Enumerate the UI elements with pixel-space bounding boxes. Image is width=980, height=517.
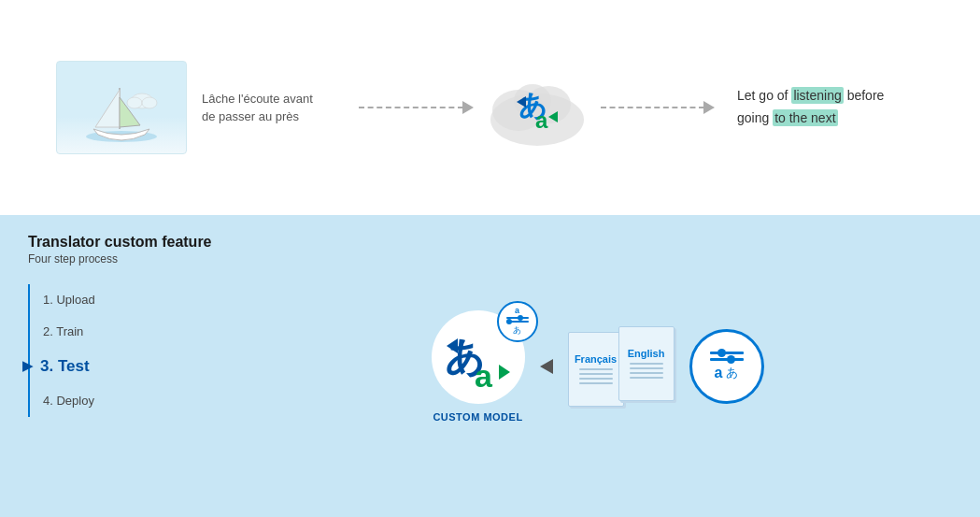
dotted-arrow-1 bbox=[359, 101, 474, 114]
dotted-line-2 bbox=[601, 107, 705, 108]
translate-icon-top: あ a bbox=[513, 83, 561, 132]
svg-marker-12 bbox=[548, 111, 558, 122]
out-ja: あ bbox=[726, 365, 738, 381]
doc-line bbox=[630, 367, 663, 369]
dotted-arrow-2 bbox=[601, 101, 716, 114]
result-text: Let go of listening beforegoing to the n… bbox=[737, 87, 884, 126]
out-line-2 bbox=[710, 358, 744, 361]
model-circle: a あ あ a bbox=[432, 310, 525, 404]
doc-line bbox=[579, 378, 613, 380]
feature-subtitle: Four step process bbox=[28, 252, 215, 266]
custom-model-block: a あ あ a CUSTOM MODEL bbox=[432, 310, 525, 423]
doc-french-label: Français bbox=[575, 353, 617, 365]
source-text-line2: de passer au près bbox=[202, 108, 299, 126]
output-circle: a あ bbox=[689, 329, 764, 404]
arrow-head-2 bbox=[703, 101, 715, 114]
sailboat-svg bbox=[84, 80, 159, 146]
source-text-block: Lâche l'écoute avant de passer au près bbox=[202, 90, 351, 126]
tune-line-2 bbox=[506, 321, 529, 323]
step-test: 3. Test bbox=[43, 348, 215, 385]
doc-french-lines bbox=[572, 368, 620, 384]
cloud-shape: あ a bbox=[481, 65, 593, 150]
doc-line bbox=[579, 373, 613, 375]
doc-line bbox=[630, 363, 663, 365]
doc-line bbox=[579, 368, 613, 370]
result-prefix: Let go of bbox=[737, 88, 791, 103]
top-section: Lâche l'écoute avant de passer au près あ bbox=[0, 0, 980, 215]
docs-block: Français English bbox=[568, 326, 675, 407]
svg-text:a: a bbox=[475, 358, 493, 394]
result-highlight-1: listening bbox=[791, 87, 843, 104]
tune-a: a bbox=[515, 306, 519, 315]
cloud-block: あ a bbox=[481, 65, 593, 150]
source-image bbox=[56, 61, 187, 154]
right-panel: a あ あ a CUSTOM MODEL bbox=[243, 234, 952, 498]
doc-line bbox=[630, 372, 663, 374]
doc-english: English bbox=[618, 326, 675, 401]
output-tune-icon: a あ bbox=[710, 352, 744, 381]
out-a: a bbox=[715, 365, 723, 381]
model-label: CUSTOM MODEL bbox=[433, 411, 522, 423]
doc-french: Français bbox=[568, 332, 624, 407]
step-upload: 1. Upload bbox=[43, 284, 215, 316]
arrow-to-model bbox=[540, 359, 553, 374]
tune-icon: a あ bbox=[506, 306, 529, 337]
steps-list: 1. Upload 2. Train 3. Test 4. Deploy bbox=[28, 284, 215, 417]
result-text-block: Let go of listening beforegoing to the n… bbox=[737, 85, 924, 130]
feature-title: Translator custom feature bbox=[28, 234, 215, 251]
svg-text:a: a bbox=[535, 108, 548, 132]
source-text: Lâche l'écoute avant bbox=[202, 90, 313, 108]
step-train: 2. Train bbox=[43, 316, 215, 348]
doc-line bbox=[630, 377, 663, 379]
arrow-left-icon bbox=[540, 359, 553, 374]
out-line-1 bbox=[710, 352, 744, 354]
svg-point-4 bbox=[142, 97, 157, 108]
result-highlight-2: to the next bbox=[773, 109, 837, 126]
bottom-section: Translator custom feature Four step proc… bbox=[0, 215, 980, 517]
translate-cloud-icon: あ a bbox=[513, 83, 561, 132]
doc-line bbox=[579, 382, 613, 384]
left-panel: Translator custom feature Four step proc… bbox=[28, 234, 215, 498]
tune-badge: a あ bbox=[497, 301, 538, 342]
tune-ja: あ bbox=[513, 324, 521, 337]
arrow-head-1 bbox=[462, 101, 474, 114]
svg-marker-16 bbox=[499, 365, 510, 380]
dotted-line-1 bbox=[359, 107, 463, 108]
out-text-row: a あ bbox=[715, 365, 739, 381]
step-deploy: 4. Deploy bbox=[43, 385, 215, 417]
doc-english-label: English bbox=[628, 348, 665, 359]
svg-point-3 bbox=[127, 97, 142, 108]
doc-english-lines bbox=[622, 363, 671, 379]
